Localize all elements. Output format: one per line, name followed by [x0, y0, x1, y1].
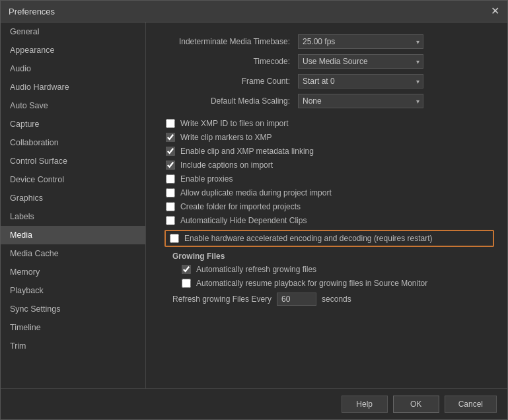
checkbox-label-enable-clip-xmp: Enable clip and XMP metadata linking [180, 147, 314, 156]
sidebar-item-graphics[interactable]: Graphics [1, 189, 145, 207]
growing-checkbox-row-auto-resume-playback: Automatically resume playback for growin… [175, 279, 494, 288]
checkbox-label-include-captions: Include captions on import [180, 160, 273, 170]
hw-accelerated-row: Enable hardware accelerated encoding and… [164, 230, 494, 247]
cancel-button[interactable]: Cancel [445, 396, 497, 413]
refresh-input[interactable] [277, 293, 316, 306]
growing-checkbox-row-auto-refresh-growing: Automatically refresh growing files [175, 265, 494, 274]
checkbox-allow-duplicate-media[interactable] [166, 188, 175, 197]
checkbox-label-write-xmp-id: Write XMP ID to files on import [180, 119, 289, 128]
sidebar-item-memory[interactable]: Memory [1, 263, 145, 281]
growing-files-checkboxes: Automatically refresh growing filesAutom… [166, 265, 494, 288]
select-wrapper-default-media-scaling: NoneScale to Frame SizeSet to Frame Size [298, 94, 423, 108]
main-panel: Indeterminate Media Timebase:23.976 fps2… [146, 22, 507, 388]
dropdown-row-frame-count: Frame Count:Start at 0Start at 1 [159, 74, 494, 88]
sidebar-item-collaboration[interactable]: Collaboration [1, 133, 145, 152]
select-frame-count[interactable]: Start at 0Start at 1 [298, 74, 423, 88]
checkbox-write-clip-markers[interactable] [166, 133, 175, 142]
close-button[interactable]: ✕ [491, 6, 499, 17]
dropdown-label-indeterminate-media-timebase: Indeterminate Media Timebase: [159, 37, 298, 46]
growing-checkbox-auto-refresh-growing[interactable] [182, 265, 191, 274]
sidebar-item-audio-hardware[interactable]: Audio Hardware [1, 78, 145, 96]
sidebar-item-trim[interactable]: Trim [1, 337, 145, 355]
checkbox-row-allow-duplicate-media: Allow duplicate media during project imp… [159, 188, 494, 197]
select-wrapper-timecode: Use Media SourceGenerateManual [298, 54, 423, 69]
sidebar: GeneralAppearanceAudioAudio HardwareAuto… [1, 22, 146, 388]
refresh-row: Refresh growing Files Every seconds [166, 293, 494, 306]
growing-files-section: Growing Files Automatically refresh grow… [159, 252, 494, 306]
checkbox-enable-clip-xmp[interactable] [166, 147, 175, 156]
select-wrapper-indeterminate-media-timebase: 23.976 fps24 fps25.00 fps29.97 fps30 fps [298, 34, 423, 49]
dropdown-label-frame-count: Frame Count: [159, 77, 298, 86]
dropdown-row-default-media-scaling: Default Media Scaling:NoneScale to Frame… [159, 94, 494, 108]
ok-button[interactable]: OK [393, 396, 439, 413]
title-bar: Preferences ✕ [1, 1, 507, 22]
select-indeterminate-media-timebase[interactable]: 23.976 fps24 fps25.00 fps29.97 fps30 fps [298, 34, 423, 49]
checkbox-label-write-clip-markers: Write clip markers to XMP [180, 133, 272, 142]
sidebar-item-media-cache[interactable]: Media Cache [1, 244, 145, 263]
preferences-dialog: Preferences ✕ GeneralAppearanceAudioAudi… [0, 0, 508, 420]
checkbox-row-enable-proxies: Enable proxies [159, 174, 494, 184]
sidebar-item-media[interactable]: Media [1, 226, 145, 244]
checkbox-enable-proxies[interactable] [166, 174, 175, 184]
dropdown-row-timecode: Timecode:Use Media SourceGenerateManual [159, 54, 494, 69]
checkbox-write-xmp-id[interactable] [166, 119, 175, 128]
sidebar-item-device-control[interactable]: Device Control [1, 170, 145, 189]
refresh-label: Refresh growing Files Every [172, 295, 272, 304]
hw-accelerated-label: Enable hardware accelerated encoding and… [184, 234, 433, 243]
sidebar-item-control-surface[interactable]: Control Surface [1, 152, 145, 170]
sidebar-item-general[interactable]: General [1, 22, 145, 41]
dropdown-row-indeterminate-media-timebase: Indeterminate Media Timebase:23.976 fps2… [159, 34, 494, 49]
growing-checkbox-label-auto-resume-playback: Automatically resume playback for growin… [196, 279, 427, 288]
select-default-media-scaling[interactable]: NoneScale to Frame SizeSet to Frame Size [298, 94, 423, 108]
footer: Help OK Cancel [1, 388, 507, 419]
sidebar-item-capture[interactable]: Capture [1, 115, 145, 133]
hw-accelerated-checkbox[interactable] [170, 234, 179, 243]
checkbox-row-write-clip-markers: Write clip markers to XMP [159, 133, 494, 142]
checkbox-row-create-folder: Create folder for imported projects [159, 202, 494, 211]
content-area: GeneralAppearanceAudioAudio HardwareAuto… [1, 22, 507, 388]
select-wrapper-frame-count: Start at 0Start at 1 [298, 74, 423, 88]
sidebar-item-playback[interactable]: Playback [1, 281, 145, 300]
dropdown-label-timecode: Timecode: [159, 57, 298, 66]
checkbox-row-include-captions: Include captions on import [159, 160, 494, 170]
select-timecode[interactable]: Use Media SourceGenerateManual [298, 54, 423, 69]
checkbox-row-auto-hide-dependent: Automatically Hide Dependent Clips [159, 216, 494, 225]
checkbox-row-write-xmp-id: Write XMP ID to files on import [159, 119, 494, 128]
checkbox-label-create-folder: Create folder for imported projects [180, 202, 301, 211]
sidebar-item-auto-save[interactable]: Auto Save [1, 96, 145, 115]
growing-checkbox-label-auto-refresh-growing: Automatically refresh growing files [196, 265, 316, 274]
sidebar-item-audio[interactable]: Audio [1, 59, 145, 78]
checkbox-auto-hide-dependent[interactable] [166, 216, 175, 225]
sidebar-item-labels[interactable]: Labels [1, 207, 145, 226]
growing-files-header: Growing Files [166, 252, 494, 261]
checkbox-row-enable-clip-xmp: Enable clip and XMP metadata linking [159, 147, 494, 156]
checkbox-create-folder[interactable] [166, 202, 175, 211]
checkbox-label-auto-hide-dependent: Automatically Hide Dependent Clips [180, 216, 307, 225]
dialog-title: Preferences [9, 7, 55, 17]
growing-checkbox-auto-resume-playback[interactable] [182, 279, 191, 288]
sidebar-item-timeline[interactable]: Timeline [1, 318, 145, 337]
checkbox-label-enable-proxies: Enable proxies [180, 174, 233, 184]
checkbox-label-allow-duplicate-media: Allow duplicate media during project imp… [180, 188, 332, 197]
sidebar-item-sync-settings[interactable]: Sync Settings [1, 300, 145, 318]
dropdown-label-default-media-scaling: Default Media Scaling: [159, 96, 298, 106]
help-button[interactable]: Help [342, 396, 388, 413]
refresh-unit: seconds [322, 295, 351, 304]
checkbox-include-captions[interactable] [166, 160, 175, 170]
sidebar-item-appearance[interactable]: Appearance [1, 41, 145, 59]
